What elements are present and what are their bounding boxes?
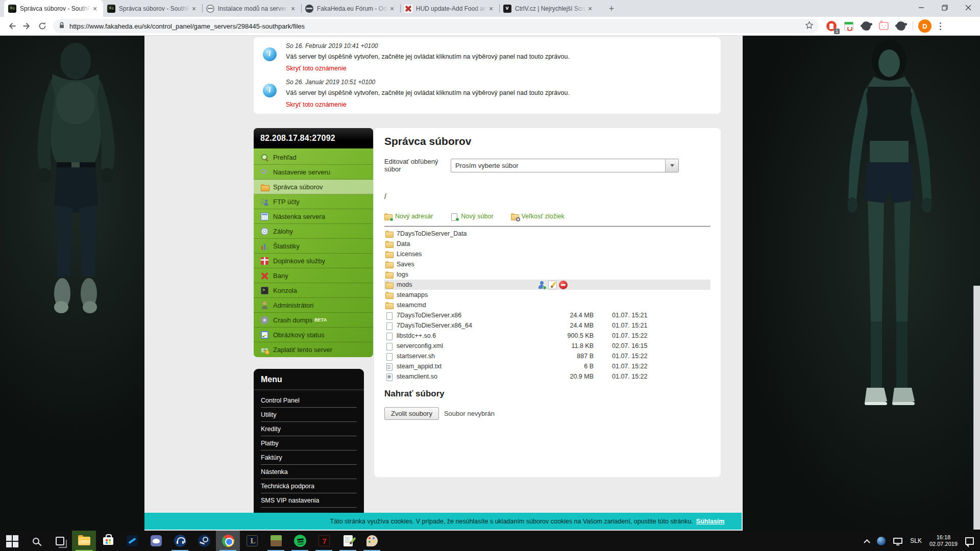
sidebar-item[interactable]: Prehľad [254, 150, 373, 165]
back-icon[interactable] [4, 18, 19, 34]
file-name[interactable]: steamclient.so [397, 373, 437, 380]
folder-name[interactable]: Licenses [397, 251, 422, 258]
menu-item[interactable]: Technická podpora [261, 479, 357, 493]
folder-row[interactable]: mods [384, 280, 710, 290]
sidebar-item[interactable]: Nastavenie serveru [254, 165, 373, 180]
extension-box-icon[interactable] [842, 19, 855, 33]
voice-chat-icon[interactable] [168, 531, 192, 551]
bookmark-star-icon[interactable] [805, 21, 814, 32]
file-action-link[interactable]: Nový súbor [450, 213, 493, 220]
file-row[interactable]: steam_appid.txt 6 B 01.07. 15:22 [384, 361, 710, 371]
browser-menu-icon[interactable] [935, 19, 946, 33]
adblock-icon[interactable]: 1 [825, 19, 838, 33]
chevron-down-icon[interactable] [665, 159, 678, 172]
discord-icon[interactable] [144, 531, 168, 551]
scrollbar-thumb[interactable] [973, 286, 980, 530]
folder-name[interactable]: 7DaysToDieServer_Data [397, 230, 467, 237]
folder-row[interactable]: steamapps [384, 290, 710, 300]
browser-tab[interactable]: CtrlV.cz | Nejrychlejší ScreenShot [499, 0, 598, 17]
new-tab-button[interactable] [605, 3, 618, 15]
menu-item[interactable]: Faktúry [261, 450, 357, 465]
file-name[interactable]: steam_appid.txt [397, 363, 442, 370]
file-action-link[interactable]: Nový adresár [384, 213, 433, 220]
sidebar-item[interactable]: Administrátori [254, 298, 373, 313]
folder-name[interactable]: mods [397, 281, 412, 288]
steam-icon[interactable] [192, 531, 216, 551]
folder-name[interactable]: Saves [397, 261, 414, 268]
menu-item[interactable]: Utility [261, 408, 357, 422]
profile-avatar[interactable]: D [918, 19, 932, 33]
forward-icon[interactable] [19, 18, 35, 34]
sidebar-item[interactable]: Správca súborov [254, 180, 373, 194]
file-row[interactable]: libstdc++.so.6 900.5 KB 01.07. 15:22 [384, 331, 710, 341]
rename-icon[interactable] [548, 281, 557, 289]
tab-close-icon[interactable] [190, 5, 198, 13]
delete-icon[interactable] [559, 281, 568, 289]
browser-tab[interactable]: HUD update-Add Food and Wate [400, 0, 499, 17]
sidebar-item[interactable]: Doplnkové služby [254, 254, 373, 268]
file-row[interactable]: steamclient.so 20.9 MB 01.07. 15:22 [384, 371, 710, 382]
tab-close-icon[interactable] [91, 5, 99, 13]
folder-name[interactable]: Data [397, 240, 410, 247]
search-icon[interactable] [24, 531, 48, 551]
file-row[interactable]: startserver.sh 887 B 01.07. 15:22 [384, 351, 710, 361]
permissions-icon[interactable] [537, 281, 546, 289]
folder-row[interactable]: Licenses [384, 249, 710, 259]
league-of-legends-icon[interactable] [240, 531, 264, 551]
file-name[interactable]: 7DaysToDieServer.x86_64 [397, 322, 472, 329]
tray-app-icon[interactable] [877, 537, 886, 545]
windows-start-icon[interactable] [0, 531, 24, 551]
address-bar[interactable]: https://www.fakaheda.eu/sk/control_panel… [53, 19, 819, 33]
menu-item[interactable]: Control Panel [261, 393, 357, 408]
sidebar-item[interactable]: Štatistiky [254, 239, 373, 254]
minimize-icon[interactable] [910, 0, 933, 15]
extension-splat-icon[interactable] [860, 19, 873, 33]
sidebar-item[interactable]: Bany [254, 268, 373, 283]
sidebar-item[interactable]: Crash dumps BETA [254, 313, 373, 328]
tab-close-icon[interactable] [289, 5, 297, 13]
sidebar-item[interactable]: Nástenka servera [254, 209, 373, 224]
sidebar-item[interactable]: FTP účty [254, 194, 373, 209]
folder-name[interactable]: steamcmd [397, 302, 426, 309]
notepad-icon[interactable] [336, 531, 360, 551]
folder-row[interactable]: 7DaysToDieServer_Data [384, 229, 710, 239]
file-name[interactable]: serverconfig.xml [397, 342, 443, 349]
file-row[interactable]: 7DaysToDieServer.x86 24.4 MB 01.07. 15:2… [384, 310, 710, 320]
favorite-file-select[interactable]: Prosím vyberte súbor [451, 159, 679, 172]
seven-days-to-die-icon[interactable] [312, 531, 336, 551]
menu-item[interactable]: Kredity [261, 422, 357, 436]
file-explorer-icon[interactable] [72, 531, 96, 551]
url-text[interactable]: https://www.fakaheda.eu/sk/control_panel… [69, 22, 805, 30]
extension-cat-icon[interactable] [877, 19, 890, 33]
folder-row[interactable]: Data [384, 239, 710, 249]
menu-item[interactable]: SMS VIP nastavenia [261, 493, 357, 508]
close-icon[interactable] [957, 0, 980, 15]
browser-tab[interactable]: Správca súborov - SouthPark - H [4, 0, 103, 17]
chrome-icon[interactable] [216, 531, 240, 551]
folder-row[interactable]: Saves [384, 259, 710, 269]
file-action-link[interactable]: Veľkosť zložiek [511, 213, 565, 220]
hide-notification-link[interactable]: Skryť toto oznámenie [286, 65, 347, 72]
folder-name[interactable]: logs [397, 271, 408, 278]
file-name[interactable]: libstdc++.so.6 [397, 332, 436, 339]
minecraft-icon[interactable] [264, 531, 288, 551]
file-row[interactable]: serverconfig.xml 11.8 KB 02.07. 16:15 [384, 341, 710, 351]
hide-notification-link[interactable]: Skryť toto oznámenie [286, 101, 347, 108]
clock[interactable]: 16:18 02.07.2019 [929, 534, 958, 547]
menu-item[interactable]: Platby [261, 436, 357, 450]
extension-splat2-icon[interactable] [894, 19, 908, 33]
folder-name[interactable]: steamapps [397, 291, 428, 298]
sidebar-item[interactable]: Obrázkový status [254, 328, 373, 342]
sidebar-item[interactable]: Konzola [254, 283, 373, 298]
file-name[interactable]: 7DaysToDieServer.x86 [397, 312, 461, 319]
restore-icon[interactable] [933, 0, 957, 15]
tray-expand-icon[interactable] [865, 539, 869, 543]
tab-close-icon[interactable] [388, 5, 396, 13]
browser-tab[interactable]: Správca súborov - SouthPark - H [103, 0, 202, 17]
task-view-icon[interactable] [48, 531, 72, 551]
spotify-icon[interactable] [288, 531, 312, 551]
paint-icon[interactable] [360, 531, 384, 551]
cookie-accept-link[interactable]: Súhlasím [696, 518, 725, 525]
folder-row[interactable]: logs [384, 269, 710, 280]
choose-files-button[interactable]: Zvolit soubory [384, 407, 439, 420]
